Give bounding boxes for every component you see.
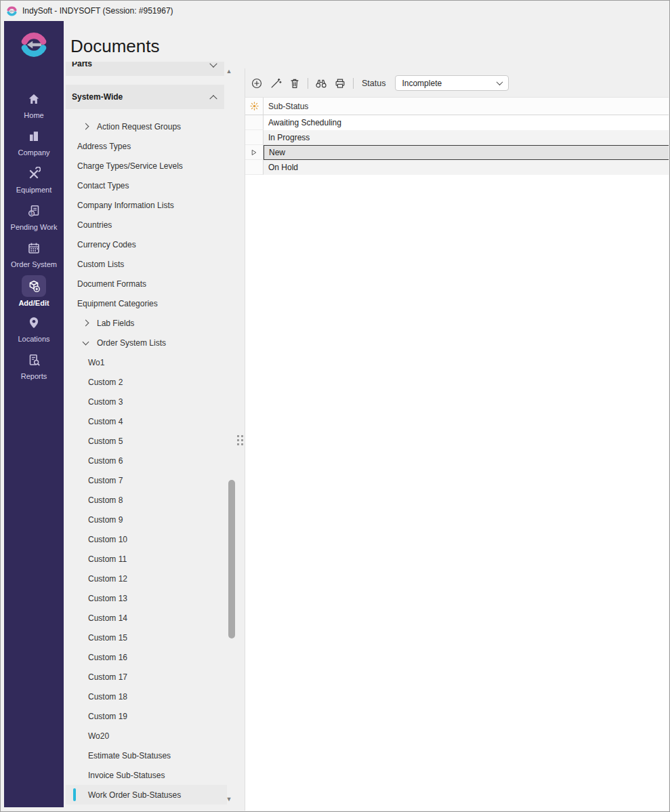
print-button[interactable] xyxy=(334,77,346,89)
grid-panel-background xyxy=(245,97,669,811)
tree-item[interactable]: Equipment Categories xyxy=(66,293,227,313)
brand-logo-icon xyxy=(19,30,49,60)
add-button[interactable] xyxy=(251,77,263,89)
row-gutter xyxy=(245,130,264,145)
sidebar-item-order-system[interactable]: Order System xyxy=(4,238,64,275)
tree-item-label: Custom 8 xyxy=(88,495,123,505)
tree-scrollbar-thumb[interactable] xyxy=(228,480,235,638)
tree-item[interactable]: Custom 2 xyxy=(66,372,227,392)
tree-item[interactable]: Work Order Sub-Statuses xyxy=(66,785,227,805)
add-icon xyxy=(251,77,263,89)
tree-item[interactable]: Address Types xyxy=(66,136,227,156)
sub-status-cell[interactable]: On Hold xyxy=(264,160,669,175)
tree-item-label: Countries xyxy=(77,220,112,230)
scroll-down-icon[interactable]: ▼ xyxy=(224,796,234,803)
tree-item[interactable]: Custom 17 xyxy=(66,667,227,687)
tree-item[interactable]: Custom 18 xyxy=(66,687,227,706)
tree-item-label: Currency Codes xyxy=(77,240,136,249)
sub-status-cell[interactable]: Awaiting Scheduling xyxy=(264,115,669,130)
edit-button[interactable] xyxy=(270,77,282,89)
tree-item[interactable]: Custom 7 xyxy=(66,470,227,490)
tree-item-label: Custom 5 xyxy=(88,437,123,446)
tree-item[interactable]: Custom 4 xyxy=(66,411,227,431)
tree-item-label: Estimate Sub-Statuses xyxy=(88,751,171,760)
tree-item[interactable]: Custom 8 xyxy=(66,490,227,510)
current-row-marker-icon xyxy=(251,149,257,156)
tree-item[interactable]: Custom 6 xyxy=(66,451,227,470)
document-magnifier-icon xyxy=(27,353,41,367)
tree-item[interactable]: Custom 16 xyxy=(66,647,227,667)
splitter-drag-handle-icon[interactable] xyxy=(237,435,239,437)
tree-item[interactable]: Custom 10 xyxy=(66,529,227,549)
map-pin-icon xyxy=(27,316,41,329)
chevron-icon[interactable] xyxy=(83,338,89,345)
grid-row[interactable]: Awaiting Scheduling xyxy=(245,115,669,130)
grid-row[interactable]: New xyxy=(245,145,669,160)
tree-item[interactable]: Contact Types xyxy=(66,176,227,195)
sub-status-cell[interactable]: New xyxy=(264,145,669,160)
tree-item[interactable]: Currency Codes xyxy=(66,235,227,254)
sidebar-item-pending-work[interactable]: $ Pending Work xyxy=(4,201,64,238)
tree-item[interactable]: Custom 14 xyxy=(66,608,227,628)
tree-item[interactable]: Charge Types/Service Levels xyxy=(66,156,227,176)
grid-toolbar: Status Incomplete xyxy=(251,74,509,92)
tree-item-label: Custom 11 xyxy=(88,554,127,564)
tree-item[interactable]: Custom 9 xyxy=(66,510,227,529)
sidebar-item-label: Home xyxy=(24,111,43,119)
tree-item[interactable]: Custom 5 xyxy=(66,431,227,451)
grid-header-row: Sub-Status xyxy=(245,97,669,115)
tree-item[interactable]: Wo1 xyxy=(66,352,227,372)
column-header-sub-status[interactable]: Sub-Status xyxy=(264,98,669,115)
sidebar-item-label: Locations xyxy=(18,335,49,343)
tree-item[interactable]: Custom 12 xyxy=(66,569,227,588)
sidebar-item-label: Company xyxy=(18,148,49,157)
chevron-icon[interactable] xyxy=(83,320,89,327)
find-button[interactable] xyxy=(315,77,327,89)
tree-item[interactable]: Company Information Lists xyxy=(66,195,227,215)
tree-item[interactable]: Custom Lists xyxy=(66,254,227,274)
scroll-up-icon[interactable]: ▲ xyxy=(224,68,234,75)
sidebar-item-home[interactable]: Home xyxy=(4,89,64,126)
sidebar-item-company[interactable]: Company xyxy=(4,126,64,163)
tree-item[interactable]: Order System Lists xyxy=(66,333,227,352)
tree-item-label: Action Request Groups xyxy=(97,122,181,131)
sidebar-nav: Home Company Equipment xyxy=(4,89,64,387)
tree-item[interactable]: Document Formats xyxy=(66,274,227,293)
tree-item[interactable]: Custom 13 xyxy=(66,588,227,608)
sidebar-item-label: Add/Edit xyxy=(18,299,49,307)
tree-item[interactable]: Estimate Sub-Statuses xyxy=(66,746,227,765)
grid-row[interactable]: In Progress xyxy=(245,130,669,145)
tree-item-label: Custom 15 xyxy=(88,633,127,643)
home-icon xyxy=(27,92,41,106)
tree-item-label: Custom 19 xyxy=(88,712,127,721)
tree-item[interactable]: Custom 3 xyxy=(66,392,227,411)
app-logo-icon xyxy=(6,5,18,17)
sub-status-cell[interactable]: In Progress xyxy=(264,130,669,145)
tree-item[interactable]: Custom 19 xyxy=(66,706,227,726)
tree-item[interactable]: Custom 15 xyxy=(66,628,227,647)
delete-button[interactable] xyxy=(289,77,301,89)
page-title: Documents xyxy=(70,36,160,57)
tree-item-label: Custom 9 xyxy=(88,515,123,525)
tree-item[interactable]: Wo20 xyxy=(66,726,227,746)
tree-item[interactable]: Action Request Groups xyxy=(66,117,227,136)
tree-item-label: Custom 14 xyxy=(88,613,127,623)
sidebar-item-reports[interactable]: Reports xyxy=(4,350,64,387)
tree-item[interactable]: Lab Fields xyxy=(66,313,227,333)
tree-item-label: Custom 12 xyxy=(88,574,127,584)
cube-plus-icon xyxy=(27,279,41,293)
sidebar-item-locations[interactable]: Locations xyxy=(4,312,64,350)
chevron-icon[interactable] xyxy=(83,123,89,130)
tree-section-system-wide[interactable]: System-Wide xyxy=(66,85,224,109)
tree-item[interactable]: Invoice Sub-Statuses xyxy=(66,765,227,785)
tree-item[interactable]: Countries xyxy=(66,215,227,235)
tree-item-label: Custom 16 xyxy=(88,653,127,662)
tree-item-label: Work Order Sub-Statuses xyxy=(88,790,181,800)
tree-item[interactable]: Custom 11 xyxy=(66,549,227,569)
status-dropdown[interactable]: Incomplete xyxy=(395,75,509,91)
tree-clipped-section[interactable]: Parts xyxy=(66,62,224,76)
binoculars-icon xyxy=(315,77,327,89)
sidebar-item-add-edit[interactable]: Add/Edit xyxy=(4,275,64,312)
grid-row[interactable]: On Hold xyxy=(245,160,669,175)
sidebar-item-equipment[interactable]: Equipment xyxy=(4,163,64,201)
